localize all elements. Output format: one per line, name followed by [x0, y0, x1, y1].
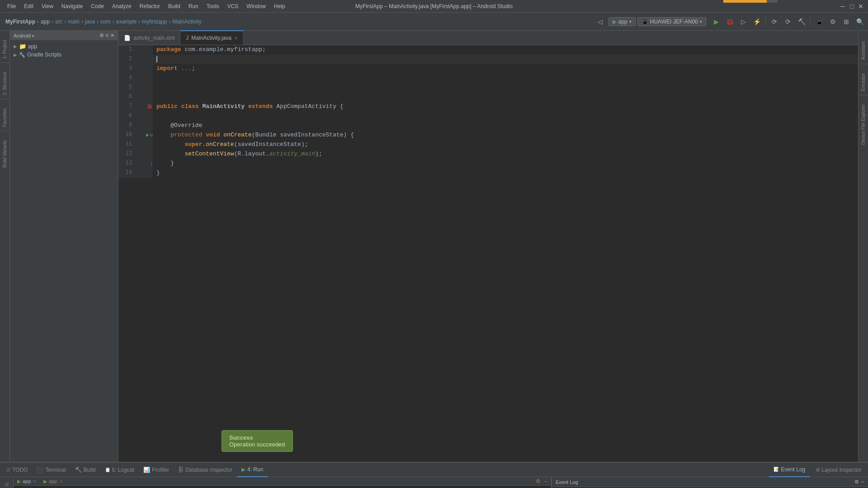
- minimize-button[interactable]: ─: [839, 3, 846, 10]
- src-crumb[interactable]: src: [55, 19, 62, 25]
- run-icon-header: ▶: [17, 479, 21, 484]
- file-crumb[interactable]: MainActivity: [172, 19, 201, 25]
- tab-layout-inspector[interactable]: ⊞ Layout Inspector: [811, 463, 866, 477]
- tab-db-label: Database Inspector: [185, 467, 232, 473]
- make-project[interactable]: 🔨: [795, 15, 808, 28]
- tab-build[interactable]: 🔨 Build: [71, 463, 100, 477]
- tab-profiler[interactable]: 📊 Profiler: [139, 463, 174, 477]
- tab-build-icon: 🔨: [75, 467, 82, 473]
- menu-analyze[interactable]: Analyze: [108, 2, 135, 10]
- project-dropdown[interactable]: Android ▾: [14, 33, 34, 38]
- run-panel: ▶ app ✕ ▶ app ✕ ⚙ ─ D/iTouchPressedDetec…: [14, 477, 552, 488]
- tab-logcat-icon: 📋: [105, 467, 110, 472]
- tab-close-java[interactable]: ✕: [234, 36, 238, 41]
- example-crumb[interactable]: example: [116, 19, 137, 25]
- window-title: MyFirstApp – MainActivity.java [MyFirstA…: [355, 3, 513, 9]
- rerun-button[interactable]: ↺: [2, 480, 12, 488]
- debug-gutter-7[interactable]: 🐞: [146, 103, 153, 111]
- java-crumb[interactable]: java: [85, 19, 95, 25]
- module-name[interactable]: app: [41, 19, 50, 25]
- device-file-explorer-tool-window[interactable]: Device File Explorer: [859, 95, 868, 148]
- run-button[interactable]: ▶: [710, 15, 722, 28]
- tab-event-log-icon: 📝: [774, 467, 779, 472]
- structure-tool-window[interactable]: 2: Structure: [0, 63, 9, 99]
- run-tab-app2[interactable]: app: [49, 479, 57, 484]
- tab-label-xml: activity_main.xml: [133, 35, 175, 41]
- run-tab-app1[interactable]: app: [23, 479, 31, 484]
- menu-edit[interactable]: Edit: [20, 2, 37, 10]
- menu-help[interactable]: Help: [270, 2, 289, 10]
- tab-logcat[interactable]: 📋 6: Logcat: [100, 463, 139, 477]
- project-tool-window[interactable]: 1: Project: [0, 31, 9, 63]
- gradle-expand-icon: ▶: [14, 52, 17, 57]
- com-crumb[interactable]: com: [100, 19, 111, 25]
- build-variants-tool-window[interactable]: Build Variants: [0, 131, 9, 171]
- sync-project[interactable]: ⟳: [782, 15, 794, 28]
- run-tab-close2[interactable]: ✕: [59, 479, 63, 484]
- tab-mainactivity-java[interactable]: J MainActivity.java ✕: [180, 30, 243, 45]
- back-button[interactable]: ◁: [594, 15, 607, 28]
- search-everywhere[interactable]: 🔍: [854, 15, 866, 28]
- menu-file[interactable]: File: [4, 2, 19, 10]
- app-expand-icon: ▶: [14, 44, 17, 49]
- event-log-gear[interactable]: ⚙: [854, 479, 859, 485]
- tab-database-inspector[interactable]: 🗄 Database Inspector: [174, 463, 237, 477]
- code-editor[interactable]: 1 package com.example.myfirstapp; 2 3 im…: [118, 45, 858, 462]
- device-chevron-icon: ▾: [700, 19, 702, 24]
- tree-item-app[interactable]: ▶ 📁 app: [10, 42, 118, 51]
- debug-button[interactable]: 🐞: [723, 15, 736, 28]
- tab-label-java: MainActivity.java: [191, 35, 231, 41]
- assistant-tool-window[interactable]: Assistant: [859, 33, 868, 64]
- run-panel-sidebar: ↺ ■ ✕ ⤓ ⊟ ↩ 🖨 🗑: [0, 477, 14, 488]
- run-header-minimize[interactable]: ─: [544, 479, 547, 484]
- tab-layout-icon: ⊞: [816, 467, 820, 472]
- run-config-selector[interactable]: ▶ app ▾: [609, 17, 636, 26]
- bottom-panel: ☑ TODO ⬛ Terminal 🔨 Build 📋 6: Logcat 📊 …: [0, 462, 868, 488]
- emulator-tool-window[interactable]: Emulator: [859, 64, 868, 95]
- breadcrumb: MyFirstApp › app › src › main › java › c…: [5, 19, 201, 25]
- tab-run-icon: ▶: [241, 466, 245, 473]
- menu-tools[interactable]: Tools: [203, 2, 223, 10]
- run-header-gear[interactable]: ⚙: [536, 478, 541, 484]
- maximize-button[interactable]: □: [848, 3, 855, 10]
- run-config-label: app: [618, 19, 627, 25]
- device-name: HUAWEI JEF-AN00: [650, 19, 698, 25]
- menu-navigate[interactable]: Navigate: [58, 2, 86, 10]
- tree-item-gradle[interactable]: ▶ 🔧 Gradle Scripts: [10, 51, 118, 59]
- sync-button[interactable]: ⟳: [768, 15, 781, 28]
- menu-build[interactable]: Build: [165, 2, 184, 10]
- progress-bar-container: [723, 0, 778, 3]
- menu-refactor[interactable]: Refactor: [136, 2, 164, 10]
- myfirstapp-crumb[interactable]: myfirstapp: [142, 19, 167, 25]
- menu-vcs[interactable]: VCS: [224, 2, 242, 10]
- project-close-icon[interactable]: ✕: [110, 33, 114, 38]
- run-with-coverage[interactable]: ▷: [737, 15, 750, 28]
- tab-todo[interactable]: ☑ TODO: [2, 463, 32, 477]
- sdk-manager[interactable]: ⚙: [826, 15, 839, 28]
- project-gear-icon[interactable]: ⚙: [99, 33, 104, 38]
- close-button[interactable]: ✕: [857, 3, 864, 10]
- menu-view[interactable]: View: [38, 2, 57, 10]
- run-gutter-10[interactable]: ▶: [146, 131, 149, 140]
- code-line-7: 7 🐞 public class MainActivity extends Ap…: [118, 102, 858, 112]
- menu-run[interactable]: Run: [185, 2, 202, 10]
- tab-event-log[interactable]: 📝 Event Log: [769, 463, 810, 477]
- main-crumb[interactable]: main: [68, 19, 80, 25]
- tab-terminal[interactable]: ⬛ Terminal: [32, 463, 70, 477]
- menu-window[interactable]: Window: [243, 2, 269, 10]
- structure-button[interactable]: ⊞: [840, 15, 853, 28]
- tab-build-label: Build: [84, 467, 96, 473]
- event-log-minimize[interactable]: ─: [861, 479, 864, 485]
- menu-code[interactable]: Code: [87, 2, 108, 10]
- favorites-tool-window[interactable]: Favorites: [0, 99, 9, 131]
- tab-activity-main-xml[interactable]: 📄 activity_main.xml: [118, 30, 180, 45]
- avd-manager[interactable]: 📱: [813, 15, 826, 28]
- profile-button[interactable]: ⚡: [750, 15, 763, 28]
- project-settings-icon[interactable]: ≡: [106, 33, 108, 38]
- code-line-10: 10 ▶ ◇ protected void onCreate(Bundle sa…: [118, 131, 858, 140]
- run-tab-close1[interactable]: ✕: [33, 479, 36, 484]
- toolbar-actions: ▶ 🐞 ▷ ⚡ ⟳ ⟳ 🔨 📱 ⚙ ⊞ 🔍: [710, 15, 866, 28]
- tab-run[interactable]: ▶ 4: Run: [237, 463, 268, 477]
- device-selector[interactable]: 📱 HUAWEI JEF-AN00 ▾: [637, 17, 706, 26]
- run-panel-tab-bar: ▶ app ✕ ▶ app ✕ ⚙ ─: [14, 477, 551, 486]
